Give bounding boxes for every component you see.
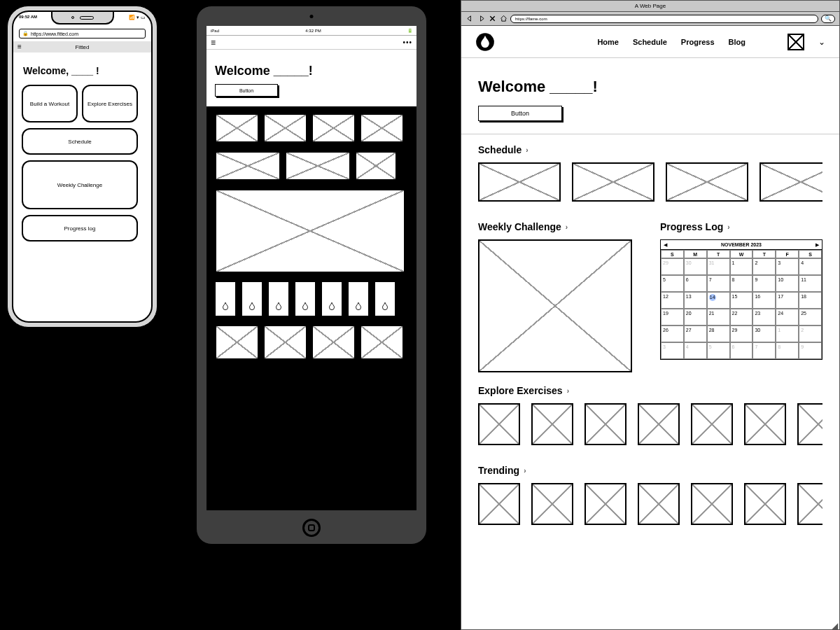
calendar-cell[interactable]: 17 bbox=[776, 292, 799, 309]
back-icon[interactable] bbox=[465, 15, 474, 23]
hamburger-icon[interactable]: ≡ bbox=[211, 38, 216, 48]
avatar-placeholder[interactable] bbox=[788, 34, 804, 50]
chevron-right-icon[interactable]: › bbox=[526, 146, 528, 154]
image-placeholder-large[interactable] bbox=[215, 189, 405, 273]
card[interactable] bbox=[478, 483, 520, 532]
browser-search[interactable]: 🔍 bbox=[821, 15, 835, 23]
tablet-home-button[interactable] bbox=[302, 519, 321, 537]
chevron-right-icon[interactable]: › bbox=[727, 223, 729, 231]
calendar-cell[interactable]: 8 bbox=[776, 342, 799, 359]
calendar[interactable]: ◀ NOVEMBER 2023 ▶ SMTWTFS 29303112345678… bbox=[660, 239, 822, 360]
calendar-cell[interactable]: 9 bbox=[752, 275, 776, 292]
browser-url-bar[interactable]: https://flame.com bbox=[510, 15, 818, 23]
image-placeholder[interactable] bbox=[312, 113, 356, 143]
card[interactable] bbox=[478, 162, 561, 209]
calendar-cell[interactable]: 3 bbox=[661, 342, 684, 359]
calendar-cell[interactable]: 21 bbox=[707, 309, 730, 326]
card[interactable] bbox=[744, 483, 786, 532]
tablet-cta-button[interactable]: Button bbox=[215, 84, 278, 97]
calendar-next-icon[interactable]: ▶ bbox=[816, 242, 819, 248]
calendar-cell[interactable]: 12 bbox=[661, 292, 684, 309]
card-schedule[interactable]: Schedule bbox=[22, 128, 138, 155]
calendar-cell[interactable]: 5 bbox=[707, 342, 730, 359]
calendar-cell[interactable]: 4 bbox=[684, 342, 707, 359]
resize-grip-icon[interactable]: ◢ bbox=[832, 624, 838, 628]
image-placeholder[interactable] bbox=[355, 151, 397, 181]
calendar-cell[interactable]: 29 bbox=[661, 258, 684, 275]
calendar-cell[interactable]: 18 bbox=[799, 292, 822, 309]
image-placeholder[interactable] bbox=[360, 113, 404, 143]
calendar-cell[interactable]: 23 bbox=[752, 309, 776, 326]
calendar-cell[interactable]: 7 bbox=[752, 342, 776, 359]
calendar-cell[interactable]: 29 bbox=[730, 326, 753, 342]
calendar-cell[interactable]: 1 bbox=[730, 258, 753, 275]
card[interactable] bbox=[584, 483, 626, 532]
calendar-cell[interactable]: 7 bbox=[707, 275, 730, 292]
calendar-cell[interactable]: 20 bbox=[684, 309, 707, 326]
flame-tile[interactable] bbox=[241, 281, 262, 316]
card[interactable] bbox=[797, 403, 822, 452]
more-icon[interactable]: ••• bbox=[402, 38, 412, 46]
nav-home[interactable]: Home bbox=[597, 38, 619, 46]
calendar-cell[interactable]: 14 bbox=[707, 292, 730, 309]
nav-schedule[interactable]: Schedule bbox=[633, 38, 667, 46]
image-placeholder[interactable] bbox=[215, 151, 281, 181]
nav-progress[interactable]: Progress bbox=[681, 38, 715, 46]
card[interactable] bbox=[531, 483, 573, 532]
chevron-right-icon[interactable]: › bbox=[566, 223, 568, 231]
calendar-cell[interactable]: 26 bbox=[661, 326, 684, 342]
card[interactable] bbox=[638, 403, 680, 452]
card[interactable] bbox=[760, 162, 822, 209]
calendar-cell[interactable]: 25 bbox=[799, 309, 822, 326]
card[interactable] bbox=[797, 483, 822, 532]
calendar-cell[interactable]: 6 bbox=[684, 275, 707, 292]
card[interactable] bbox=[666, 162, 748, 209]
calendar-cell[interactable]: 2 bbox=[752, 258, 776, 275]
calendar-cell[interactable]: 5 bbox=[661, 275, 684, 292]
chevron-right-icon[interactable]: › bbox=[567, 387, 569, 395]
calendar-cell[interactable]: 19 bbox=[661, 309, 684, 326]
image-placeholder[interactable] bbox=[360, 325, 404, 360]
calendar-cell[interactable]: 11 bbox=[799, 275, 822, 292]
stop-icon[interactable] bbox=[488, 15, 496, 23]
image-placeholder[interactable] bbox=[285, 151, 351, 181]
flame-tile[interactable] bbox=[295, 281, 316, 316]
image-placeholder[interactable] bbox=[263, 325, 307, 360]
calendar-cell[interactable]: 30 bbox=[752, 326, 776, 342]
calendar-cell[interactable]: 6 bbox=[730, 342, 753, 359]
weekly-challenge-image[interactable] bbox=[478, 239, 632, 372]
calendar-cell[interactable]: 10 bbox=[776, 275, 799, 292]
card[interactable] bbox=[638, 483, 680, 532]
hamburger-icon[interactable]: ≡ bbox=[18, 43, 22, 50]
home-icon[interactable] bbox=[499, 15, 507, 23]
card-explore-exercises[interactable]: Explore Exercises bbox=[82, 85, 138, 122]
chevron-down-icon[interactable]: ⌄ bbox=[818, 37, 825, 47]
forward-icon[interactable] bbox=[477, 15, 485, 23]
flame-tile[interactable] bbox=[215, 281, 236, 316]
card[interactable] bbox=[478, 403, 520, 452]
image-placeholder[interactable] bbox=[263, 113, 307, 143]
calendar-cell[interactable]: 3 bbox=[776, 258, 799, 275]
nav-blog[interactable]: Blog bbox=[729, 38, 746, 46]
calendar-cell[interactable]: 1 bbox=[776, 326, 799, 342]
calendar-cell[interactable]: 9 bbox=[799, 342, 822, 359]
calendar-cell[interactable]: 13 bbox=[684, 292, 707, 309]
image-placeholder[interactable] bbox=[312, 325, 356, 360]
calendar-cell[interactable]: 8 bbox=[730, 275, 753, 292]
card-weekly-challenge[interactable]: Weekly Challenge bbox=[22, 160, 138, 209]
calendar-cell[interactable]: 22 bbox=[730, 309, 753, 326]
calendar-cell[interactable]: 24 bbox=[776, 309, 799, 326]
flame-tile[interactable] bbox=[321, 281, 342, 316]
card[interactable] bbox=[531, 403, 573, 452]
card[interactable] bbox=[691, 483, 733, 532]
calendar-cell[interactable]: 2 bbox=[799, 326, 822, 342]
card[interactable] bbox=[584, 403, 626, 452]
calendar-cell[interactable]: 15 bbox=[730, 292, 753, 309]
chevron-right-icon[interactable]: › bbox=[524, 467, 526, 475]
flame-tile[interactable] bbox=[348, 281, 369, 316]
calendar-cell[interactable]: 28 bbox=[707, 326, 730, 342]
card[interactable] bbox=[572, 162, 654, 209]
web-cta-button[interactable]: Button bbox=[478, 106, 562, 121]
calendar-cell[interactable]: 30 bbox=[684, 258, 707, 275]
image-placeholder[interactable] bbox=[215, 113, 259, 143]
